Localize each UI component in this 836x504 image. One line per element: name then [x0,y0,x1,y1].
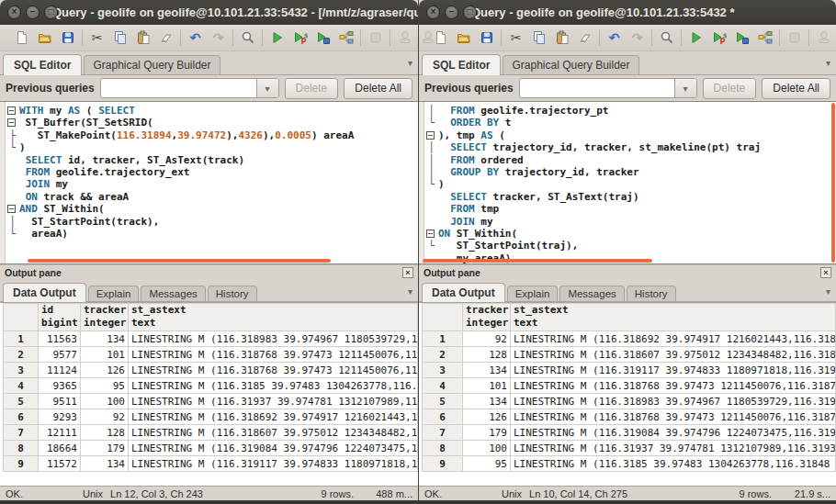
cell-st_astext[interactable]: LINESTRING M (116.319084 39.974796 12240… [511,425,836,441]
cell-st_astext[interactable]: LINESTRING M (116.3185 39.97483 13042637… [129,378,418,394]
row-number-cell[interactable]: 5 [4,394,39,409]
cell-tracker[interactable]: 100 [81,394,129,409]
cell-id[interactable]: 11563 [39,331,81,347]
tab-explain[interactable]: Explain [507,286,559,301]
cell-st_astext[interactable]: LINESTRING M (116.318607 39.975012 12343… [511,347,836,363]
close-window-icon[interactable]: × [7,6,21,19]
tab-sql-editor[interactable]: SQL Editor [3,54,82,75]
cell-id[interactable]: 9577 [39,347,81,363]
cell-st_astext[interactable]: LINESTRING M (116.319117 39.974833 11809… [511,363,836,378]
table-row[interactable]: 59511100LINESTRING M (116.31937 39.97478… [4,394,418,409]
cell-id[interactable]: 11124 [39,363,81,378]
save-icon[interactable] [475,27,498,50]
sql-line[interactable]: └) [6,141,418,153]
minimize-window-icon[interactable]: – [445,6,458,19]
data-output-grid[interactable]: idbiginttrackerintegerst_astexttext11156… [0,302,418,486]
row-number-cell[interactable]: 1 [4,331,39,347]
sql-line[interactable]: └ ORDER BY t [424,117,836,129]
cell-tracker[interactable]: 179 [463,425,511,441]
undo-icon[interactable]: ↶ [184,27,207,50]
cell-st_astext[interactable]: LINESTRING M (116.3185 39.97483 13042637… [511,456,836,472]
sql-line[interactable]: │ ST_StartPoint(track), [6,216,418,228]
clear-window-icon[interactable] [573,27,596,50]
cell-tracker[interactable]: 126 [463,409,511,425]
sql-line[interactable]: SELECT tracker, ST_AsText(traj) [424,191,836,203]
table-row[interactable]: 4936595LINESTRING M (116.3185 39.97483 1… [4,378,418,394]
column-header-id[interactable]: idbigint [39,304,81,331]
sql-line[interactable]: └) [424,178,836,190]
paste-icon[interactable] [550,27,573,50]
table-row[interactable]: 7179LINESTRING M (116.319084 39.974796 1… [423,425,836,441]
sql-line[interactable]: FROM tmp [424,203,836,215]
cell-id[interactable]: 9365 [39,378,81,394]
execute-to-file-icon[interactable] [730,27,753,50]
cell-tracker[interactable]: 101 [463,378,511,394]
cell-st_astext[interactable]: LINESTRING M (116.318768 39.97473 121145… [129,363,418,378]
sql-line[interactable]: SELECT id, tracker, ST_AsText(track) [6,154,418,166]
cell-st_astext[interactable]: LINESTRING M (116.318983 39.974967 11805… [129,331,418,347]
cell-tracker[interactable]: 128 [463,347,511,363]
copy-icon[interactable] [527,27,550,50]
cell-st_astext[interactable]: LINESTRING M (116.318607 39.975012 12343… [129,425,418,441]
tab-data-output[interactable]: Data Output [3,283,86,302]
previous-queries-input[interactable] [101,79,256,97]
sql-line[interactable]: JOIN my [424,216,836,228]
close-output-pane-icon[interactable]: × [402,267,413,278]
tab-graphical-query-builder[interactable]: Graphical Query Builder [84,55,220,74]
cell-tracker[interactable]: 95 [81,378,129,394]
cell-st_astext[interactable]: LINESTRING M (116.318768 39.97473 121145… [511,378,836,394]
copy-icon[interactable] [108,27,131,50]
table-row[interactable]: 5134LINESTRING M (116.318983 39.974967 1… [423,394,836,409]
column-header-st_astext[interactable]: st_astexttext [129,304,418,331]
delete-all-button[interactable]: Delete All [344,78,412,99]
previous-queries-combobox[interactable]: ▾ [100,78,279,98]
sql-line[interactable]: WITH my AS ( SELECT [6,105,418,117]
row-number-cell[interactable]: 5 [423,394,463,409]
table-row[interactable]: 111563134LINESTRING M (116.318983 39.974… [4,331,418,347]
find-icon[interactable] [655,27,678,50]
row-number-cell[interactable]: 3 [4,363,39,378]
sql-line[interactable]: FROM geolife.trajectory_ext [6,166,418,178]
table-row[interactable]: 6126LINESTRING M (116.318768 39.97473 12… [423,409,836,425]
titlebar[interactable]: × – □ Query - geolife on geolife@10.101.… [0,0,418,25]
combo-dropdown-icon[interactable]: ▾ [256,79,278,97]
sql-line[interactable]: ), tmp AS ( [424,129,836,141]
cell-id[interactable]: 9293 [39,409,81,425]
execute-query-icon[interactable] [265,27,288,50]
sql-line[interactable]: │ SELECT trajectory_id, tracker, st_make… [424,141,836,153]
vertical-scrollbar[interactable] [831,103,835,263]
output-menu-caret-icon[interactable]: ▾ [408,286,412,297]
row-number-cell[interactable]: 8 [4,441,39,456]
row-number-cell[interactable]: 3 [423,363,463,378]
cell-tracker[interactable]: 134 [463,363,511,378]
cut-icon[interactable]: ✂ [504,27,527,50]
table-row[interactable]: 192LINESTRING M (116.318692 39.974917 12… [423,331,836,347]
tab-data-output[interactable]: Data Output [422,283,505,302]
row-number-cell[interactable]: 7 [4,425,39,441]
execute-pgscript-icon[interactable]: PS [707,27,730,50]
execute-query-icon[interactable] [684,27,707,50]
find-icon[interactable] [236,27,259,50]
cell-id[interactable]: 11572 [39,456,81,472]
cell-id[interactable]: 9511 [39,394,81,409]
table-row[interactable]: 3134LINESTRING M (116.319117 39.974833 1… [423,363,836,378]
sql-line[interactable]: └ areaA) [6,228,418,240]
horizontal-scrollbar[interactable] [28,259,331,263]
execute-to-file-icon[interactable] [311,27,334,50]
previous-queries-input[interactable] [520,79,674,97]
new-file-icon[interactable] [10,27,33,50]
row-number-header[interactable] [423,304,463,331]
cell-tracker[interactable]: 92 [463,331,511,347]
sql-line[interactable]: └ ST_StartPoint(traj), [424,240,836,252]
table-row[interactable]: 8100LINESTRING M (116.31937 39.974781 13… [423,441,836,456]
row-number-cell[interactable]: 8 [423,441,463,456]
cell-st_astext[interactable]: LINESTRING M (116.318692 39.974917 12160… [129,409,418,425]
tabbar-menu-caret-icon[interactable]: ▾ [826,58,830,68]
explain-query-icon[interactable] [334,27,357,50]
table-row[interactable]: 6929392LINESTRING M (116.318692 39.97491… [4,409,418,425]
row-number-cell[interactable]: 4 [4,378,39,394]
cell-st_astext[interactable]: LINESTRING M (116.31937 39.974781 131210… [511,441,836,456]
cell-tracker[interactable]: 126 [81,363,129,378]
output-menu-caret-icon[interactable]: ▾ [826,286,830,297]
row-number-cell[interactable]: 1 [423,331,463,347]
